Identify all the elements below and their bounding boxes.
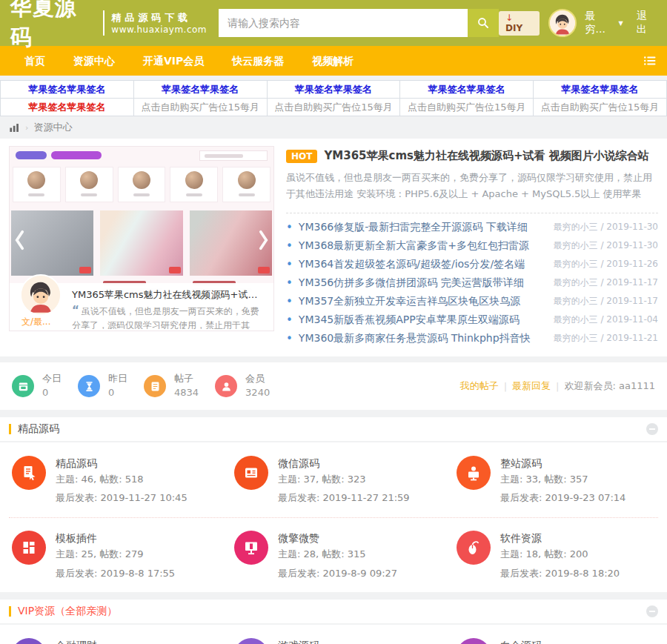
thread-list-item[interactable]: •YM366修复版-最新扫雷完整全开源源码 下载详细最穷的小三 / 2019-1… [286,218,658,236]
forum-name-link[interactable]: 模板插件 [56,531,175,546]
ad-link[interactable]: 苹果签名苹果签名 [1,81,134,99]
username-dropdown[interactable]: 最穷...▼ [585,10,623,36]
user-avatar[interactable] [548,9,577,37]
forum-last-post: 最后发表: 2019-8-9 09:27 [278,568,397,580]
menu-icon[interactable] [643,55,657,67]
ad-link[interactable]: 苹果签名苹果签名 [134,81,268,99]
nav-item-home[interactable]: 首页 [10,46,59,76]
ad-slot-buy-link[interactable]: 点击自助购买广告位15每月 [134,99,268,116]
forum-name-link[interactable]: 软件资源 [500,531,620,546]
forum-card-wechat-source[interactable]: 微信源码 主题: 37, 帖数: 323 最后发表: 2019-11-27 21… [222,450,445,511]
author-avatar [20,274,62,316]
ad-link[interactable]: 苹果签名苹果签名 [400,81,534,99]
thread-list-item[interactable]: •YM364首发超级签名源码/超级签/ios分发/签名端最穷的小三 / 2019… [286,255,658,273]
card-text-icon [457,638,491,644]
forum-stats: 主题: 33, 帖数: 357 [500,471,625,487]
bullet-icon: • [286,221,293,234]
nav-item-video-parse[interactable]: 视频解析 [298,46,368,76]
forum-card-templates-plugins[interactable]: 模板插件 主题: 25, 帖数: 279 最后发表: 2019-8-8 17:5… [0,525,222,585]
bullet-icon: • [286,332,293,345]
forum-card-weiqin-weizan[interactable]: 微擎微赞 主题: 28, 帖数: 315 最后发表: 2019-8-9 09:2… [222,525,445,585]
ad-slot-buy-link[interactable]: 点击自助购买广告位15每月 [534,99,667,116]
image-pill-button [16,151,47,159]
bullet-icon: • [286,313,293,327]
forum-name-link[interactable]: 精品源码 [56,456,188,471]
thread-list-item[interactable]: •YM360最新多商家任务悬赏源码 Thinkphp抖音快最穷的小三 / 201… [286,329,658,348]
forum-card-software-resources[interactable]: 软件资源 主题: 18, 帖数: 200 最后发表: 2019-8-8 18:2… [445,525,667,585]
collapse-icon[interactable] [646,605,658,617]
logout-link[interactable]: 退出 [637,10,657,36]
stat-value: 0 [108,386,127,400]
user-area: ↓ DIY 最穷...▼ 退出 [499,9,657,37]
quote-icon: “ [72,304,79,317]
search-input[interactable] [219,9,468,37]
thread-meta: 最穷的小三 / 2019-11-21 [554,332,658,345]
collapse-icon[interactable] [646,423,658,435]
thread-title-link[interactable]: YM366修复版-最新扫雷完整全开源源码 下载详细 [299,221,545,234]
carousel-next-icon [258,230,269,253]
stats-bar: 今日0 昨日0 帖子4834 会员3240 我的帖子 | 最新回复 | 欢迎新会… [0,362,667,410]
breadcrumb-section-link[interactable]: 资源中心 [33,121,72,134]
thread-meta: 最穷的小三 / 2019-11-04 [554,313,658,326]
hot-badge: HOT [286,150,317,163]
featured-thread-info: HOT YM365苹果cms魅力社在线视频源码+试看 视频图片小说综合站 虽说不… [286,146,658,348]
stats-links: 我的帖子 | 最新回复 | 欢迎新会员: aa1111 [460,379,655,393]
thread-title-link[interactable]: YM364首发超级签名源码/超级签/ios分发/签名端 [299,258,545,271]
featured-description: 虽说不值钱，但也是朋友一两百买来的，免费分享了，源码仅限学习研究使用，禁止用于其… [286,170,658,204]
forum-stats: 主题: 18, 帖数: 200 [500,546,620,562]
forum-name-link[interactable]: 整站源码 [500,456,625,471]
logo-tagline: 精品源码下载 [111,11,207,24]
forum-name-link[interactable]: 微信源码 [278,456,410,471]
dashed-divider [286,213,658,213]
featured-thread-image[interactable]: 文/最... YM365苹果cms魅力社在线视频源码+试看 视频 “虽说不值钱，… [9,146,274,331]
thread-list-item[interactable]: •YM356仿拼多多微信拼团源码 完美运营版带详细最穷的小三 / 2019-11… [286,273,658,292]
id-card-icon [234,456,268,490]
forum-name-link[interactable]: 金融理财 [56,638,144,644]
thread-list-item[interactable]: •YM357全新独立开发幸运吉祥鸟区块龟区块鸟源最穷的小三 / 2019-11-… [286,292,658,311]
stat-yesterday: 昨日0 [78,372,127,400]
ad-link[interactable]: 苹果签名苹果签名 [268,81,401,99]
section-title: 精品源码 [18,422,59,436]
forum-name-link[interactable]: 白金源码 [500,638,595,644]
thread-title-link[interactable]: YM345新版香蕉视频APP安卓苹果原生双端源码 [299,313,545,327]
forum-name-link[interactable]: 微擎微赞 [278,531,397,546]
forum-card-boutique-source[interactable]: 精品源码 主题: 46, 帖数: 518 最后发表: 2019-11-27 10… [0,450,222,511]
stat-value: 0 [42,386,62,400]
ad-slot-buy-link[interactable]: 点击自助购买广告位15每月 [400,99,534,116]
avatar-boy-icon [550,10,575,36]
nav-item-vip[interactable]: 开通VIP会员 [129,46,218,76]
search-icon [477,16,490,30]
stat-today: 今日0 [12,372,62,400]
forum-card-platinum-source[interactable]: 白金源码 主题: 94, 帖数: 1433 最后发表: 前天 15:45 [445,632,667,644]
ad-link[interactable]: 苹果签名苹果签名 [534,81,667,99]
nav-item-resources[interactable]: 资源中心 [59,46,129,76]
featured-title-link[interactable]: YM365苹果cms魅力社在线视频源码+试看 视频图片小说综合站 [324,149,648,163]
thread-list-item[interactable]: •YM368最新更新全新大富豪多雷+多包红包扫雷源最穷的小三 / 2019-11… [286,236,658,255]
calendar-icon [12,375,34,397]
thread-title-link[interactable]: YM360最新多商家任务悬赏源码 Thinkphp抖音快 [299,332,545,345]
bullet-icon: • [286,276,293,290]
nav-item-cloud-server[interactable]: 快云服务器 [218,46,298,76]
thread-title-link[interactable]: YM356仿拼多多微信拼团源码 完美运营版带详细 [299,276,545,290]
logo-title: 华夏源码 [10,0,96,53]
carousel-prev-icon [14,230,25,253]
doc-cursor-icon [12,456,46,490]
site-logo[interactable]: 华夏源码 精品源码下载 www.huaxiaym.com [10,0,207,53]
thread-list-item[interactable]: •YM345新版香蕉视频APP安卓苹果原生双端源码最穷的小三 / 2019-11… [286,311,658,329]
thread-title-link[interactable]: YM357全新独立开发幸运吉祥鸟区块龟区块鸟源 [299,295,545,308]
template-grid-icon [12,531,46,565]
forum-name-link[interactable]: 游戏源码 [278,638,366,644]
avatar-boy-icon [21,276,60,314]
thread-meta: 最穷的小三 / 2019-11-17 [554,276,658,289]
ad-slot-buy-link[interactable]: 点击自助购买广告位15每月 [268,99,401,116]
forum-card-finance[interactable]: 金融理财 主题: 28, 帖数: 413 最后发表: 3 天前 [0,632,222,644]
forum-card-fullsite-source[interactable]: 整站源码 主题: 33, 帖数: 357 最后发表: 2019-9-23 07:… [445,450,667,511]
latest-replies-link[interactable]: 最新回复 [512,379,551,393]
my-posts-link[interactable]: 我的帖子 [460,379,499,393]
ad-link[interactable]: 苹果签名苹果签名 [1,99,134,116]
forum-card-game-source[interactable]: 游戏源码 主题: 62, 帖数: 994 最后发表: 4 天前 [222,632,445,644]
breadcrumb-separator: › [25,123,28,133]
diy-badge[interactable]: ↓ DIY [499,11,539,36]
search-button[interactable] [468,9,499,37]
thread-title-link[interactable]: YM368最新更新全新大富豪多雷+多包红包扫雷源 [299,239,545,253]
